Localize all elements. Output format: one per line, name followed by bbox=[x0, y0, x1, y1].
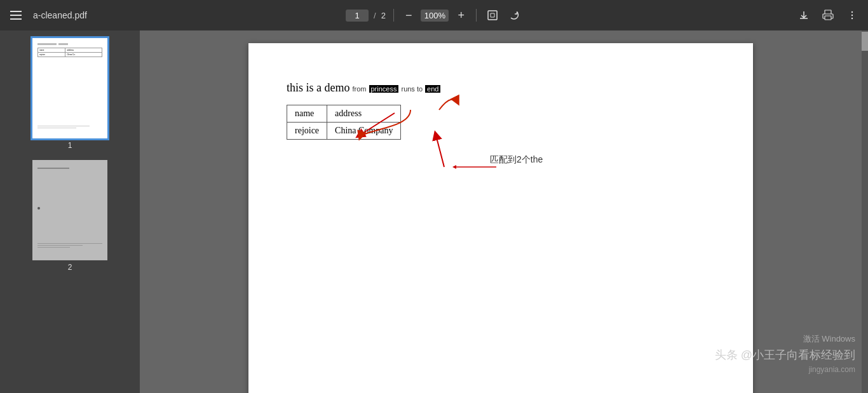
hamburger-icon bbox=[10, 11, 22, 20]
demo-main-text: this is a demo bbox=[287, 81, 350, 95]
page-thumb-1[interactable]: name address rejoice China Co. 1 bbox=[32, 38, 107, 150]
fit-page-button[interactable] bbox=[484, 7, 501, 23]
from-label: from bbox=[353, 85, 367, 93]
print-button[interactable] bbox=[820, 7, 836, 23]
end-highlight: end bbox=[425, 85, 440, 93]
hamburger-menu-button[interactable] bbox=[8, 8, 24, 22]
runs-to-label: runs to bbox=[401, 85, 423, 93]
pdf-table: name address rejoice China Company bbox=[287, 105, 401, 140]
print-icon bbox=[822, 10, 834, 21]
fit-page-icon bbox=[487, 10, 498, 21]
table-row-header: name address bbox=[287, 105, 401, 123]
more-options-button[interactable] bbox=[844, 7, 860, 23]
rotate-icon bbox=[508, 10, 520, 21]
page-thumb-1-image: name address rejoice China Co. bbox=[32, 38, 107, 138]
toolbar-left: a-cleaned.pdf bbox=[8, 8, 87, 22]
demo-line: this is a demo from princess runs to end bbox=[287, 81, 715, 95]
table-cell-china-company: China Company bbox=[327, 123, 401, 140]
princess-highlight: princess bbox=[369, 85, 399, 93]
toolbar-center: / 2 − + bbox=[346, 7, 522, 23]
pdf-content: this is a demo from princess runs to end… bbox=[248, 43, 753, 165]
arrow-overlay bbox=[287, 81, 573, 223]
table-cell-address-header: address bbox=[327, 105, 401, 123]
svg-point-5 bbox=[851, 18, 853, 19]
page-thumb-1-label: 1 bbox=[68, 141, 72, 150]
svg-point-3 bbox=[851, 11, 853, 13]
sidebar-panel: name address rejoice China Co. 1 bbox=[0, 30, 140, 393]
annotation-text: 匹配到2个the bbox=[490, 154, 543, 166]
zoom-out-button[interactable]: − bbox=[402, 8, 416, 22]
table-row-1: rejoice China Company bbox=[287, 123, 401, 140]
filename-label: a-cleaned.pdf bbox=[33, 10, 87, 20]
chinese-watermark-text: 头条 @小王子向看标经验到 bbox=[715, 347, 855, 363]
pdf-page-1: this is a demo from princess runs to end… bbox=[248, 43, 753, 393]
table-cell-name-header: name bbox=[287, 105, 327, 123]
page-number-input[interactable] bbox=[349, 11, 365, 20]
activate-windows-text: 激活 Windows bbox=[803, 333, 855, 345]
watermark: 激活 Windows 头条 @小王子向看标经验到 jingyania.com bbox=[715, 333, 855, 374]
website-text: jingyania.com bbox=[809, 365, 855, 374]
download-icon bbox=[798, 10, 810, 21]
page-thumb-2[interactable]: 2 bbox=[32, 160, 107, 272]
page-input-group bbox=[346, 10, 369, 22]
svg-rect-2 bbox=[825, 16, 831, 20]
more-icon bbox=[846, 10, 858, 21]
svg-line-7 bbox=[436, 135, 444, 167]
svg-rect-0 bbox=[488, 11, 497, 20]
toolbar: a-cleaned.pdf / 2 − + bbox=[0, 0, 868, 30]
table-cell-rejoice: rejoice bbox=[287, 123, 327, 140]
svg-rect-1 bbox=[825, 10, 831, 14]
zoom-in-button[interactable]: + bbox=[454, 8, 468, 22]
svg-point-4 bbox=[851, 15, 853, 16]
page-thumb-2-image bbox=[32, 160, 107, 260]
zoom-input[interactable] bbox=[421, 10, 449, 22]
scrollbar-right[interactable] bbox=[862, 30, 868, 393]
divider2 bbox=[476, 9, 477, 22]
page-thumb-2-label: 2 bbox=[68, 263, 72, 272]
rotate-button[interactable] bbox=[506, 7, 522, 23]
page-total: 2 bbox=[381, 11, 386, 20]
divider1 bbox=[393, 9, 394, 22]
page-separator: / bbox=[374, 11, 376, 20]
toolbar-right bbox=[796, 7, 860, 23]
download-button[interactable] bbox=[796, 7, 812, 23]
scrollbar-thumb[interactable] bbox=[862, 32, 868, 51]
